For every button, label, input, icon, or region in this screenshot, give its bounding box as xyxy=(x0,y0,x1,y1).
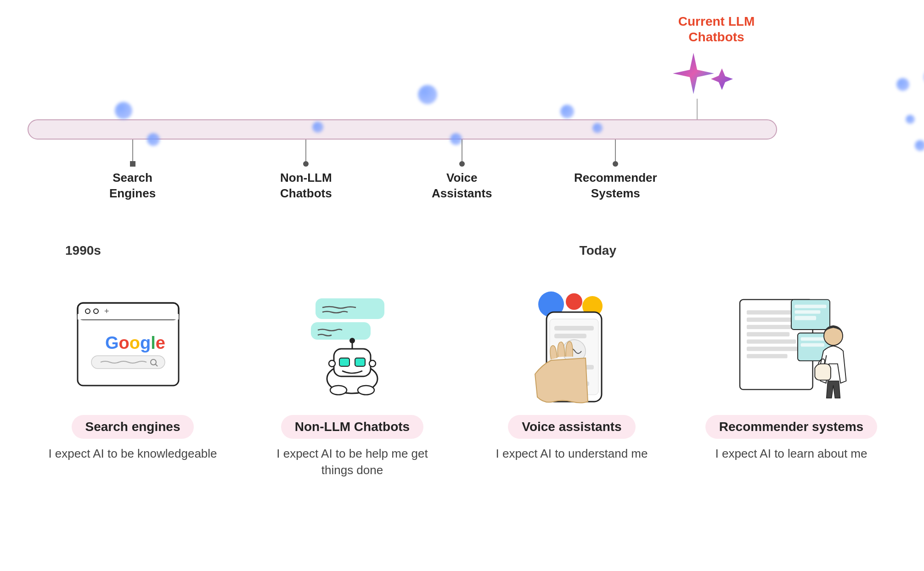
card-recommender: Recommender systems I expect AI to learn… xyxy=(686,289,896,462)
svg-point-19 xyxy=(369,360,376,367)
search-engines-desc: I expect AI to be knowledgeable xyxy=(48,445,217,462)
timeline-dot-6 xyxy=(560,105,574,118)
search-engines-label: SearchEngines xyxy=(109,170,156,202)
recommender-badge: Recommender systems xyxy=(705,415,877,439)
timeline-dot-4 xyxy=(418,85,437,104)
recommender-label: RecommenderSystems xyxy=(574,170,657,202)
svg-rect-40 xyxy=(747,354,788,358)
svg-rect-27 xyxy=(554,326,594,330)
voice-desc: I expect AI to understand me xyxy=(496,445,648,462)
svg-rect-10 xyxy=(316,298,384,319)
svg-rect-47 xyxy=(801,343,824,347)
timeline-dot-7 xyxy=(592,123,603,133)
timeline-start-label: 1990s xyxy=(65,243,101,258)
recommender-dot xyxy=(613,161,618,167)
svg-text:Google: Google xyxy=(105,333,165,353)
voice-illustration xyxy=(507,289,636,409)
svg-rect-38 xyxy=(747,339,796,343)
svg-rect-2 xyxy=(78,314,179,319)
svg-point-3 xyxy=(85,309,90,313)
svg-rect-11 xyxy=(311,322,371,340)
cards-section: + Google Search engines I expect AI to b… xyxy=(0,271,924,479)
search-engines-illustration: + Google xyxy=(68,289,197,409)
timeline-node-search-engines: SearchEngines xyxy=(109,140,156,202)
svg-rect-43 xyxy=(794,310,820,313)
llm-connector-line xyxy=(697,99,698,122)
svg-rect-35 xyxy=(747,318,798,322)
non-llm-badge: Non-LLM Chatbots xyxy=(281,415,423,439)
svg-point-17 xyxy=(349,338,355,343)
card-search-engines: + Google Search engines I expect AI to b… xyxy=(28,289,238,462)
timeline-dot-3 xyxy=(312,122,323,133)
llm-sparkle-small-icon xyxy=(710,67,735,92)
recommender-line xyxy=(615,140,616,162)
non-llm-illustration xyxy=(288,289,417,409)
timeline-bar: 1990s Today xyxy=(28,119,777,140)
svg-rect-44 xyxy=(794,316,816,320)
search-engines-dot xyxy=(130,161,135,167)
non-llm-line xyxy=(305,140,306,162)
timeline-node-recommender: RecommenderSystems xyxy=(574,140,657,202)
voice-line xyxy=(462,140,462,162)
svg-rect-41 xyxy=(791,300,830,330)
svg-text:+: + xyxy=(104,307,109,316)
llm-chatbots-label: Current LLMChatbots xyxy=(670,14,762,45)
non-llm-label: Non-LLMChatbots xyxy=(280,170,332,202)
svg-rect-28 xyxy=(554,334,586,338)
timeline-node-voice: VoiceAssistants xyxy=(432,140,492,202)
scatter-2 xyxy=(896,78,909,91)
card-voice: Voice assistants I expect AI to understa… xyxy=(467,289,677,462)
non-llm-desc: I expect AI to be help me get things don… xyxy=(265,445,439,479)
svg-point-18 xyxy=(329,360,335,367)
svg-rect-15 xyxy=(355,358,365,366)
timeline-section: Current LLMChatbots xyxy=(0,0,924,266)
non-llm-dot xyxy=(303,161,309,167)
svg-point-4 xyxy=(94,309,98,313)
recommender-desc: I expect AI to learn about me xyxy=(716,445,868,462)
voice-label: VoiceAssistants xyxy=(432,170,492,202)
timeline-end-label: Today xyxy=(580,243,616,258)
timeline-dot-1 xyxy=(115,102,132,119)
voice-badge: Voice assistants xyxy=(508,415,635,439)
svg-rect-37 xyxy=(747,332,789,336)
card-non-llm: Non-LLM Chatbots I expect AI to be help … xyxy=(247,289,457,479)
svg-rect-42 xyxy=(794,305,826,308)
svg-point-20 xyxy=(330,386,347,395)
svg-point-21 xyxy=(358,386,374,395)
svg-point-23 xyxy=(566,293,582,310)
recommender-illustration xyxy=(727,289,856,409)
search-engines-badge: Search engines xyxy=(72,415,194,439)
svg-rect-14 xyxy=(339,358,349,366)
scatter-5 xyxy=(906,115,915,124)
voice-dot xyxy=(459,161,465,167)
timeline-node-non-llm: Non-LLMChatbots xyxy=(280,140,332,202)
search-engines-line xyxy=(132,140,133,162)
svg-rect-39 xyxy=(747,347,802,351)
scatter-8 xyxy=(915,140,924,151)
